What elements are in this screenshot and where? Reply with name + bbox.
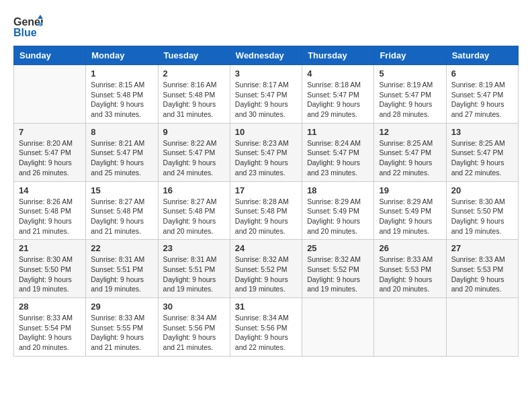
day-info: Sunrise: 8:18 AMSunset: 5:47 PMDaylight:… <box>307 80 369 120</box>
calendar-cell: 4Sunrise: 8:18 AMSunset: 5:47 PMDaylight… <box>302 65 374 124</box>
day-number: 20 <box>451 185 513 195</box>
calendar-cell: 30Sunrise: 8:34 AMSunset: 5:56 PMDayligh… <box>158 298 230 357</box>
calendar-cell: 24Sunrise: 8:32 AMSunset: 5:52 PMDayligh… <box>230 240 302 298</box>
calendar-table: SundayMondayTuesdayWednesdayThursdayFrid… <box>13 46 519 357</box>
day-number: 23 <box>163 243 225 253</box>
calendar-cell: 14Sunrise: 8:26 AMSunset: 5:48 PMDayligh… <box>14 181 86 240</box>
day-info: Sunrise: 8:21 AMSunset: 5:47 PMDaylight:… <box>91 138 152 178</box>
day-info: Sunrise: 8:34 AMSunset: 5:56 PMDaylight:… <box>235 313 297 353</box>
weekday-header-wednesday: Wednesday <box>230 46 302 65</box>
day-info: Sunrise: 8:26 AMSunset: 5:48 PMDaylight:… <box>19 197 81 236</box>
calendar-week-row: 28Sunrise: 8:33 AMSunset: 5:54 PMDayligh… <box>14 298 519 357</box>
day-info: Sunrise: 8:29 AMSunset: 5:49 PMDaylight:… <box>307 197 369 236</box>
day-number: 5 <box>379 68 441 79</box>
day-number: 4 <box>307 68 369 79</box>
day-number: 9 <box>163 127 225 137</box>
day-number: 16 <box>163 185 225 195</box>
day-number: 13 <box>451 127 513 137</box>
day-number: 24 <box>235 243 297 253</box>
calendar-cell: 16Sunrise: 8:27 AMSunset: 5:48 PMDayligh… <box>158 181 230 240</box>
calendar-cell: 9Sunrise: 8:22 AMSunset: 5:47 PMDaylight… <box>158 123 230 181</box>
day-info: Sunrise: 8:15 AMSunset: 5:48 PMDaylight:… <box>91 80 152 120</box>
calendar-cell: 1Sunrise: 8:15 AMSunset: 5:48 PMDaylight… <box>86 65 158 124</box>
day-info: Sunrise: 8:28 AMSunset: 5:48 PMDaylight:… <box>235 197 297 236</box>
logo: General Blue <box>13 13 43 39</box>
day-info: Sunrise: 8:27 AMSunset: 5:48 PMDaylight:… <box>163 197 225 236</box>
day-number: 1 <box>91 68 152 79</box>
calendar-cell: 6Sunrise: 8:19 AMSunset: 5:47 PMDaylight… <box>446 65 518 124</box>
day-info: Sunrise: 8:31 AMSunset: 5:51 PMDaylight:… <box>91 255 152 294</box>
day-number: 8 <box>91 127 152 137</box>
day-number: 18 <box>307 185 369 195</box>
day-number: 17 <box>235 185 297 195</box>
calendar-cell <box>302 298 374 357</box>
day-number: 6 <box>451 68 513 79</box>
weekday-header-friday: Friday <box>374 46 446 65</box>
day-number: 11 <box>307 127 369 137</box>
day-number: 2 <box>163 68 225 79</box>
day-info: Sunrise: 8:19 AMSunset: 5:47 PMDaylight:… <box>379 80 441 120</box>
day-info: Sunrise: 8:34 AMSunset: 5:56 PMDaylight:… <box>163 313 225 353</box>
calendar-cell: 28Sunrise: 8:33 AMSunset: 5:54 PMDayligh… <box>14 298 86 357</box>
calendar-cell: 26Sunrise: 8:33 AMSunset: 5:53 PMDayligh… <box>374 240 446 298</box>
calendar-week-row: 7Sunrise: 8:20 AMSunset: 5:47 PMDaylight… <box>14 123 519 181</box>
page-header: General Blue <box>13 13 519 39</box>
calendar-cell: 29Sunrise: 8:33 AMSunset: 5:55 PMDayligh… <box>86 298 158 357</box>
svg-text:Blue: Blue <box>13 27 37 38</box>
weekday-header-sunday: Sunday <box>14 46 86 65</box>
weekday-header-saturday: Saturday <box>446 46 518 65</box>
day-info: Sunrise: 8:33 AMSunset: 5:54 PMDaylight:… <box>19 313 81 353</box>
calendar-cell: 21Sunrise: 8:30 AMSunset: 5:50 PMDayligh… <box>14 240 86 298</box>
day-number: 25 <box>307 243 369 253</box>
day-number: 7 <box>19 127 81 137</box>
calendar-week-row: 21Sunrise: 8:30 AMSunset: 5:50 PMDayligh… <box>14 240 519 298</box>
day-number: 30 <box>163 302 225 312</box>
calendar-cell <box>14 65 86 124</box>
calendar-cell: 23Sunrise: 8:31 AMSunset: 5:51 PMDayligh… <box>158 240 230 298</box>
calendar-cell: 13Sunrise: 8:25 AMSunset: 5:47 PMDayligh… <box>446 123 518 181</box>
day-info: Sunrise: 8:17 AMSunset: 5:47 PMDaylight:… <box>235 80 297 120</box>
day-number: 15 <box>91 185 152 195</box>
day-number: 21 <box>19 243 81 253</box>
calendar-cell <box>374 298 446 357</box>
day-info: Sunrise: 8:23 AMSunset: 5:47 PMDaylight:… <box>235 138 297 178</box>
day-number: 26 <box>379 243 441 253</box>
day-number: 12 <box>379 127 441 137</box>
calendar-cell: 17Sunrise: 8:28 AMSunset: 5:48 PMDayligh… <box>230 181 302 240</box>
calendar-cell: 5Sunrise: 8:19 AMSunset: 5:47 PMDaylight… <box>374 65 446 124</box>
day-info: Sunrise: 8:31 AMSunset: 5:51 PMDaylight:… <box>163 255 225 294</box>
calendar-cell: 11Sunrise: 8:24 AMSunset: 5:47 PMDayligh… <box>302 123 374 181</box>
weekday-header-monday: Monday <box>86 46 158 65</box>
day-info: Sunrise: 8:20 AMSunset: 5:47 PMDaylight:… <box>19 138 81 178</box>
day-info: Sunrise: 8:29 AMSunset: 5:49 PMDaylight:… <box>379 197 441 236</box>
calendar-cell: 12Sunrise: 8:25 AMSunset: 5:47 PMDayligh… <box>374 123 446 181</box>
day-info: Sunrise: 8:32 AMSunset: 5:52 PMDaylight:… <box>307 255 369 294</box>
day-number: 31 <box>235 302 297 312</box>
day-info: Sunrise: 8:19 AMSunset: 5:47 PMDaylight:… <box>451 80 513 120</box>
day-number: 28 <box>19 302 81 312</box>
day-info: Sunrise: 8:24 AMSunset: 5:47 PMDaylight:… <box>307 138 369 178</box>
day-info: Sunrise: 8:25 AMSunset: 5:47 PMDaylight:… <box>451 138 513 178</box>
logo-icon: General Blue <box>13 13 43 39</box>
calendar-cell: 25Sunrise: 8:32 AMSunset: 5:52 PMDayligh… <box>302 240 374 298</box>
day-info: Sunrise: 8:22 AMSunset: 5:47 PMDaylight:… <box>163 138 225 178</box>
day-number: 14 <box>19 185 81 195</box>
calendar-week-row: 14Sunrise: 8:26 AMSunset: 5:48 PMDayligh… <box>14 181 519 240</box>
day-info: Sunrise: 8:30 AMSunset: 5:50 PMDaylight:… <box>451 197 513 236</box>
day-info: Sunrise: 8:27 AMSunset: 5:48 PMDaylight:… <box>91 197 152 236</box>
day-number: 3 <box>235 68 297 79</box>
day-info: Sunrise: 8:30 AMSunset: 5:50 PMDaylight:… <box>19 255 81 294</box>
calendar-cell: 22Sunrise: 8:31 AMSunset: 5:51 PMDayligh… <box>86 240 158 298</box>
day-info: Sunrise: 8:33 AMSunset: 5:53 PMDaylight:… <box>379 255 441 294</box>
calendar-cell: 2Sunrise: 8:16 AMSunset: 5:48 PMDaylight… <box>158 65 230 124</box>
calendar-cell <box>446 298 518 357</box>
day-info: Sunrise: 8:32 AMSunset: 5:52 PMDaylight:… <box>235 255 297 294</box>
calendar-week-row: 1Sunrise: 8:15 AMSunset: 5:48 PMDaylight… <box>14 65 519 124</box>
weekday-header-thursday: Thursday <box>302 46 374 65</box>
weekday-header-row: SundayMondayTuesdayWednesdayThursdayFrid… <box>14 46 519 65</box>
day-info: Sunrise: 8:33 AMSunset: 5:55 PMDaylight:… <box>91 313 152 353</box>
day-number: 10 <box>235 127 297 137</box>
calendar-cell: 31Sunrise: 8:34 AMSunset: 5:56 PMDayligh… <box>230 298 302 357</box>
calendar-cell: 27Sunrise: 8:33 AMSunset: 5:53 PMDayligh… <box>446 240 518 298</box>
day-number: 22 <box>91 243 152 253</box>
